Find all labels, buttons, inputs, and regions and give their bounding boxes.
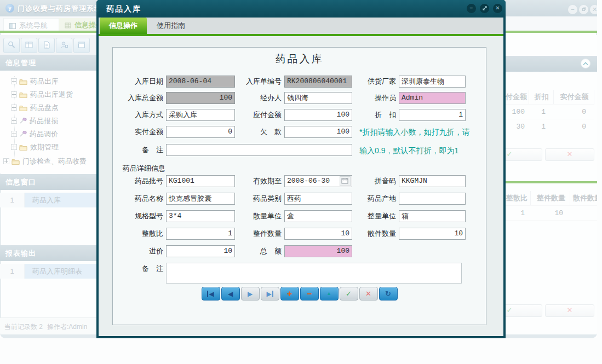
tree-item-drug-damage[interactable]: 药品报损	[11, 115, 58, 127]
folder-icon	[19, 103, 27, 115]
nav-first-button[interactable]: ◀	[202, 287, 220, 301]
pinyin-code-input[interactable]: KKGMJN	[399, 175, 466, 187]
tree-item-label: 门诊检查、药品收费	[22, 157, 87, 165]
operator-input[interactable]: Admin	[399, 92, 466, 104]
stockin-mode-input[interactable]: 采购入库	[166, 109, 235, 121]
operator-label: 操作者:Admin	[47, 322, 96, 332]
nav-delete-button[interactable]: −	[300, 287, 319, 301]
user-icon[interactable]	[56, 38, 72, 53]
payable-input[interactable]: 100	[284, 109, 352, 121]
batch-no-input[interactable]: KG1001	[166, 175, 235, 187]
rk-no-input[interactable]: RK200806040001	[284, 76, 352, 88]
tree-item-drug-inventory[interactable]: 药品盘点	[11, 102, 59, 114]
modal-title: 药品入库	[106, 4, 141, 14]
detail-remark-textarea[interactable]	[166, 263, 462, 284]
expand-icon[interactable]	[11, 91, 17, 97]
supplier-input[interactable]: 深圳康泰生物	[399, 76, 466, 88]
field-label: 应付金额	[231, 111, 282, 119]
expand-icon[interactable]	[11, 118, 17, 124]
debt-input[interactable]: 100	[284, 126, 352, 138]
collapse-icon[interactable]	[581, 59, 590, 68]
field-label: 药品产地	[343, 194, 396, 203]
document-icon[interactable]	[38, 38, 55, 53]
minimize-icon[interactable]: −	[568, 5, 577, 14]
tree-item-drug-out-return[interactable]: 药品出库退货	[11, 89, 73, 101]
table-cell: 0	[554, 119, 586, 134]
expand-icon[interactable]	[11, 144, 17, 150]
paid-input[interactable]: 0	[166, 126, 235, 138]
cancel-button[interactable]: ✕	[545, 304, 594, 317]
expand-icon[interactable]	[3, 158, 9, 164]
tree-item-label: 效期管理	[30, 143, 59, 151]
nav-cancel-button[interactable]: ✕	[359, 287, 378, 301]
section-header-info-mgmt[interactable]: 信息管理	[0, 55, 96, 71]
ratio-input[interactable]: 1	[166, 228, 235, 240]
field-label: 入库总金额	[114, 94, 163, 102]
small-qty-input[interactable]: 10	[399, 228, 466, 240]
big-qty-input[interactable]: 10	[284, 228, 352, 240]
nav-last-button[interactable]: ▶	[261, 287, 279, 301]
folder-icon	[19, 142, 27, 154]
nav-next-button[interactable]: ▶	[241, 287, 260, 301]
table-icon[interactable]	[21, 38, 37, 53]
nav-insert-button[interactable]: +	[280, 287, 299, 301]
divider	[594, 90, 594, 104]
app-icon: y	[5, 4, 14, 13]
cancel-button[interactable]: ✕	[545, 148, 594, 161]
field-label: 经办人	[231, 94, 282, 102]
table-cell: 1	[529, 119, 546, 134]
discount-input[interactable]: 1	[399, 109, 466, 121]
drug-origin-input[interactable]	[399, 193, 466, 205]
drug-name-input[interactable]: 快克感冒胶囊	[166, 193, 235, 205]
nav-prior-button[interactable]: ◀	[221, 287, 240, 301]
form-title: 药品入库	[113, 52, 486, 66]
tree-item-expiry-mgmt[interactable]: 效期管理	[11, 141, 59, 153]
spec-input[interactable]: 3*4	[166, 210, 235, 222]
field-label: 药品批号	[114, 177, 163, 186]
edit-record-icon: ▲	[326, 291, 331, 296]
search-icon[interactable]	[3, 38, 20, 53]
tab-info-operation[interactable]: 信息操作	[100, 18, 147, 34]
section-header-report[interactable]: 报表输出	[0, 245, 96, 261]
close-icon[interactable]: ✕	[493, 4, 502, 13]
purchase-price-input[interactable]: 10	[166, 245, 235, 257]
total-amount-input[interactable]: 100	[166, 92, 235, 104]
tab-user-guide[interactable]: 使用指南	[148, 18, 194, 34]
rk-date-input[interactable]: 2008-06-04	[166, 76, 235, 88]
divider	[570, 191, 570, 205]
restore-icon[interactable]	[579, 5, 588, 14]
drug-stockin-modal: 药品入库 − ✕ 信息操作 使用指南 药品入库 入库日期 2008-06-04 …	[96, 0, 506, 338]
list-item[interactable]: 1 药品入库	[0, 193, 96, 207]
tree-item-drug-reprice[interactable]: 药品调价	[11, 128, 58, 140]
tree-item-label: 药品调价	[30, 130, 58, 138]
resize-icon[interactable]	[480, 4, 489, 13]
field-label: 备 注	[114, 264, 163, 273]
small-unit-input[interactable]: 盒	[284, 210, 352, 222]
prior-record-icon: ◀	[228, 291, 233, 297]
delete-record-icon: −	[307, 290, 312, 298]
big-unit-input[interactable]: 箱	[399, 210, 466, 222]
cancel-record-icon: ✕	[365, 290, 371, 297]
expand-icon[interactable]	[11, 105, 17, 111]
window-panel-icon[interactable]	[73, 38, 90, 53]
expand-icon[interactable]	[11, 78, 17, 84]
nav-edit-button[interactable]: ▲	[320, 287, 339, 301]
nav-post-button[interactable]: ✓	[340, 287, 358, 301]
nav-refresh-button[interactable]: ↻	[379, 287, 398, 301]
tree-item-clinic-charge[interactable]: 门诊检查、药品收费	[3, 155, 87, 167]
close-icon[interactable]: ✕	[590, 5, 597, 14]
column-header: 实付金额	[554, 89, 594, 104]
expand-icon[interactable]	[11, 131, 17, 137]
remark-input[interactable]	[166, 144, 352, 156]
line-total-input[interactable]: 100	[284, 245, 352, 257]
next-record-icon: ▶	[248, 291, 253, 297]
folder-icon	[19, 90, 27, 102]
field-label: 有效期至	[231, 177, 282, 186]
modal-titlebar[interactable]: 药品入库 − ✕	[96, 0, 506, 18]
section-header-info-window[interactable]: 信息窗口	[0, 174, 96, 190]
drug-type-input[interactable]: 西药	[284, 193, 352, 205]
minimize-icon[interactable]: −	[467, 4, 476, 13]
list-item[interactable]: 1 药品入库明细表	[0, 264, 96, 279]
tree-item-drug-out[interactable]: 药品出库	[11, 76, 59, 88]
handler-input[interactable]: 钱四海	[284, 92, 352, 104]
